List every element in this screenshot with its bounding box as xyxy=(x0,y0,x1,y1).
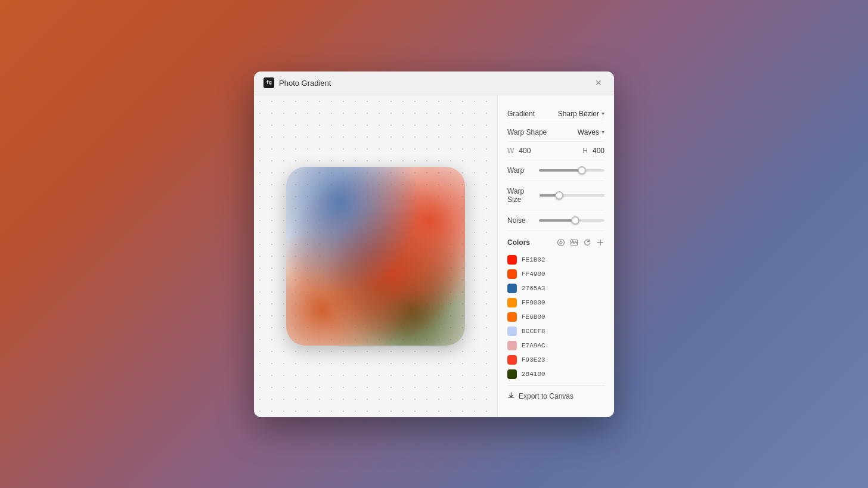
color-item[interactable]: FE6B00 xyxy=(507,310,604,324)
color-swatch xyxy=(507,355,517,365)
color-swatch xyxy=(507,341,517,350)
export-icon xyxy=(507,391,515,401)
noise-slider[interactable] xyxy=(539,219,604,222)
right-panel: Gradient Sharp Bézier ▾ Warp Shape Waves… xyxy=(497,95,614,417)
warp-slider-row: Warp xyxy=(507,160,604,181)
color-item[interactable]: FE1B02 xyxy=(507,253,604,267)
app-window: fg Photo Gradient ✕ Gradient Sharp Bézie… xyxy=(254,72,614,417)
noise-label: Noise xyxy=(507,216,526,225)
gradient-preview xyxy=(286,167,465,346)
warp-label: Warp xyxy=(507,166,524,175)
color-item[interactable]: BCCEF8 xyxy=(507,324,604,338)
color-item[interactable]: 2765A3 xyxy=(507,281,604,296)
main-content: Gradient Sharp Bézier ▾ Warp Shape Waves… xyxy=(254,95,614,417)
color-item[interactable]: 2B4100 xyxy=(507,367,604,381)
color-hex: FF9000 xyxy=(522,299,545,306)
gradient-row: Gradient Sharp Bézier ▾ xyxy=(507,105,604,123)
warp-size-slider[interactable] xyxy=(540,194,604,197)
height-value[interactable]: 400 xyxy=(593,147,604,155)
colors-section: Colors xyxy=(507,231,604,403)
color-item[interactable]: FF4900 xyxy=(507,267,604,281)
width-label: W xyxy=(507,147,514,155)
noise-slider-row: Noise xyxy=(507,210,604,231)
canvas-area xyxy=(254,95,497,417)
warp-size-slider-row: Warp Size xyxy=(507,181,604,210)
titlebar: fg Photo Gradient ✕ xyxy=(254,72,614,95)
color-item[interactable]: E7A9AC xyxy=(507,338,604,353)
warp-shape-dropdown[interactable]: Waves ▾ xyxy=(578,128,604,136)
width-value[interactable]: 400 xyxy=(519,147,531,155)
svg-point-0 xyxy=(558,239,565,245)
color-hex: 2765A3 xyxy=(522,285,545,292)
color-hex: FF4900 xyxy=(522,271,545,278)
color-swatch xyxy=(507,298,517,307)
height-label: H xyxy=(582,147,588,155)
color-hex: FE1B02 xyxy=(522,256,545,263)
color-hex: F93E23 xyxy=(522,356,545,363)
svg-point-1 xyxy=(560,241,562,244)
add-color-icon[interactable] xyxy=(596,238,604,247)
colors-header: Colors xyxy=(507,238,604,247)
refresh-icon[interactable] xyxy=(583,238,591,247)
image-icon[interactable] xyxy=(570,238,578,247)
colors-title: Colors xyxy=(507,238,530,247)
dimensions-row: W 400 H 400 xyxy=(507,142,604,160)
warp-shape-chevron-icon: ▾ xyxy=(602,129,604,135)
colors-actions xyxy=(557,238,604,247)
color-swatch xyxy=(507,327,517,336)
color-hex: 2B4100 xyxy=(522,371,545,378)
color-hex: BCCEF8 xyxy=(522,328,545,335)
color-swatch xyxy=(507,255,517,265)
gradient-label: Gradient xyxy=(507,110,535,118)
app-icon: fg xyxy=(264,77,274,88)
color-list: FE1B02 FF4900 2765A3 FF9000 FE6B00 BCCEF… xyxy=(507,253,604,381)
warp-shape-label: Warp Shape xyxy=(507,128,547,136)
close-button[interactable]: ✕ xyxy=(593,77,604,89)
export-row[interactable]: Export to Canvas xyxy=(507,385,604,403)
warp-size-label: Warp Size xyxy=(507,187,540,204)
warp-shape-row: Warp Shape Waves ▾ xyxy=(507,123,604,142)
svg-point-3 xyxy=(572,241,574,242)
color-item[interactable]: F93E23 xyxy=(507,353,604,367)
color-item[interactable]: FF9000 xyxy=(507,296,604,310)
gradient-dropdown[interactable]: Sharp Bézier ▾ xyxy=(558,110,604,118)
gradient-chevron-icon: ▾ xyxy=(602,110,604,117)
color-swatch xyxy=(507,312,517,322)
window-title: Photo Gradient xyxy=(279,79,588,88)
color-hex: FE6B00 xyxy=(522,313,545,321)
export-label: Export to Canvas xyxy=(519,392,574,400)
color-swatch xyxy=(507,284,517,293)
warp-slider[interactable] xyxy=(539,169,604,172)
color-swatch xyxy=(507,369,517,379)
palette-icon[interactable] xyxy=(557,238,565,247)
color-swatch xyxy=(507,269,517,279)
color-hex: E7A9AC xyxy=(522,342,545,349)
